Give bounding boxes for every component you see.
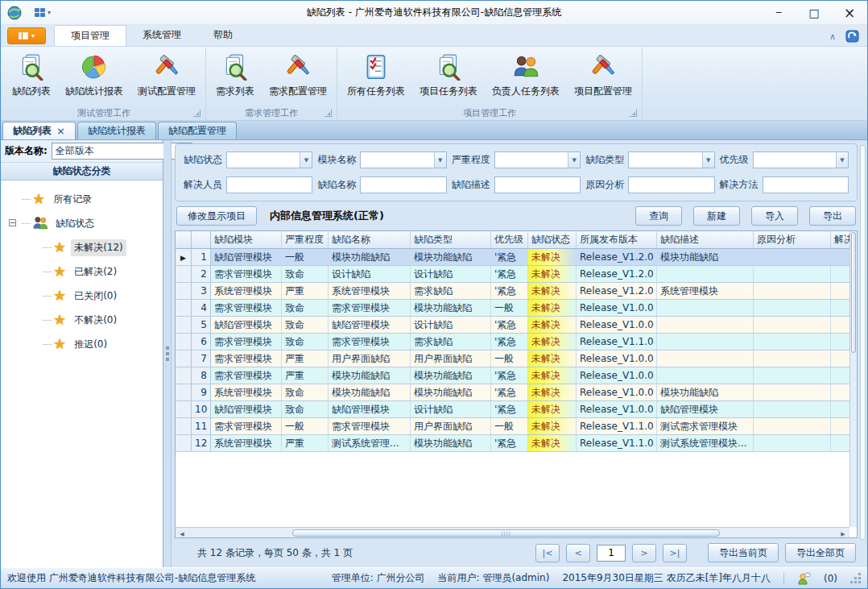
column-header[interactable]: 缺陷类型 <box>411 231 491 248</box>
filter-combo-input[interactable] <box>754 152 836 168</box>
row-selector[interactable] <box>176 384 192 400</box>
tree-item[interactable]: 已关闭(0) <box>1 284 163 308</box>
dialog-launcher-icon[interactable] <box>193 110 200 117</box>
column-header[interactable]: 缺陷状态 <box>528 231 577 248</box>
ribbon-button[interactable]: 项目任务列表 <box>412 49 485 100</box>
table-row[interactable]: 2需求管理模块致命设计缺陷设计缺陷'紧急未解决Release_V1.2.0 <box>176 266 849 283</box>
first-page-button[interactable]: |< <box>535 544 560 562</box>
tree-item[interactable]: 所有记录 <box>1 187 163 211</box>
export-all-pages-button[interactable]: 导出全部页 <box>785 543 856 562</box>
filter-combo[interactable] <box>628 151 714 168</box>
chevron-down-icon[interactable] <box>300 152 312 168</box>
scroll-right-icon[interactable] <box>837 527 849 538</box>
query-button[interactable]: 查询 <box>635 206 682 226</box>
prev-page-button[interactable]: < <box>566 544 590 562</box>
application-menu-button[interactable]: ▾ <box>7 27 46 44</box>
skin-style-icon[interactable] <box>845 30 859 43</box>
collapse-ribbon-icon[interactable]: ∧ <box>829 31 836 42</box>
user-message-icon[interactable] <box>797 572 811 585</box>
table-row[interactable]: 6需求管理模块致命需求管理模块需求缺陷'紧急未解决Release_V1.1.0 <box>176 334 849 350</box>
filter-textbox[interactable] <box>226 176 312 193</box>
filter-combo-input[interactable] <box>361 152 433 168</box>
column-header[interactable]: 严重程度 <box>282 231 329 248</box>
row-selector[interactable] <box>176 283 192 299</box>
export-current-page-button[interactable]: 导出当前页 <box>708 543 779 562</box>
scroll-left-icon[interactable] <box>176 527 188 538</box>
maximize-button[interactable] <box>796 1 832 24</box>
table-row[interactable]: 9系统管理模块致命模块功能缺陷模块功能缺陷'紧急未解决Release_V1.0.… <box>176 384 849 401</box>
table-row[interactable]: 1缺陷管理模块一般模块功能缺陷模块功能缺陷'紧急未解决Release_V1.2.… <box>176 249 849 266</box>
filter-textbox[interactable] <box>494 176 581 193</box>
filter-text-input[interactable] <box>763 177 848 193</box>
filter-combo-input[interactable] <box>495 152 568 168</box>
tree-item[interactable]: 未解决(12) <box>1 235 163 259</box>
close-tab-icon[interactable] <box>56 125 65 137</box>
row-selector[interactable] <box>176 435 192 451</box>
column-header[interactable]: 解决方法 <box>831 231 849 248</box>
chevron-down-icon[interactable] <box>568 152 580 168</box>
row-selector[interactable] <box>176 249 192 265</box>
row-selector[interactable] <box>176 334 192 350</box>
filter-combo[interactable] <box>753 151 849 168</box>
page-number-input[interactable] <box>597 545 626 562</box>
row-selector[interactable] <box>176 367 192 384</box>
scrollbar-thumb[interactable] <box>851 232 856 353</box>
splitter[interactable] <box>163 140 172 567</box>
table-row[interactable]: 3系统管理模块严重系统管理模块需求缺陷'紧急未解决Release_V1.2.0系… <box>176 283 849 300</box>
filter-text-input[interactable] <box>495 177 580 193</box>
column-header[interactable]: 优先级 <box>491 231 528 248</box>
column-header[interactable]: 所属发布版本 <box>577 231 657 248</box>
row-selector[interactable] <box>176 401 192 417</box>
column-header[interactable]: 缺陷描述 <box>657 231 754 248</box>
ribbon-button[interactable]: 项目配置管理 <box>567 49 639 100</box>
filter-combo-input[interactable] <box>629 152 701 168</box>
column-header[interactable]: 缺陷模块 <box>211 231 282 248</box>
filter-textbox[interactable] <box>763 176 849 193</box>
minimize-button[interactable] <box>761 1 796 24</box>
horizontal-scrollbar[interactable] <box>176 527 849 537</box>
ribbon-button[interactable]: 负责人任务列表 <box>485 49 567 100</box>
ribbon-tab[interactable]: 帮助 <box>197 25 249 46</box>
table-row[interactable]: 4需求管理模块致命需求管理模块模块功能缺陷一般未解决Release_V1.0.0 <box>176 300 849 317</box>
ribbon-button[interactable]: 缺陷列表 <box>5 49 58 100</box>
ribbon-tab[interactable]: 项目管理 <box>54 25 126 46</box>
filter-textbox[interactable] <box>628 176 714 193</box>
tree-item[interactable]: 缺陷状态 <box>1 211 163 235</box>
row-selector[interactable] <box>176 317 192 333</box>
filter-combo[interactable] <box>360 151 446 168</box>
filter-combo[interactable] <box>494 151 581 168</box>
tree-item[interactable]: 不解决(0) <box>1 308 163 332</box>
dialog-launcher-icon[interactable] <box>324 110 332 117</box>
chevron-down-icon[interactable] <box>702 152 714 168</box>
table-row[interactable]: 8需求管理模块严重模块功能缺陷模块功能缺陷'紧急未解决Release_V1.0.… <box>176 367 849 384</box>
tree-item[interactable]: 已解决(2) <box>1 259 163 284</box>
filter-combo[interactable] <box>226 151 312 168</box>
column-header[interactable]: 原因分析 <box>754 231 831 248</box>
row-selector[interactable] <box>176 266 192 282</box>
page-vertical-scrollbar[interactable] <box>860 145 866 540</box>
filter-text-input[interactable] <box>361 177 445 193</box>
next-page-button[interactable]: > <box>632 544 656 562</box>
row-selector[interactable] <box>176 418 192 434</box>
ribbon-button[interactable]: 所有任务列表 <box>340 49 412 100</box>
close-button[interactable] <box>832 1 867 24</box>
ribbon-button[interactable]: 需求配置管理 <box>262 49 334 100</box>
version-select-input[interactable] <box>52 143 180 159</box>
import-button[interactable]: 导入 <box>751 206 798 226</box>
column-header[interactable]: 缺陷名称 <box>329 231 411 248</box>
ribbon-tab[interactable]: 系统管理 <box>126 25 197 46</box>
row-selector[interactable] <box>176 350 192 367</box>
table-row[interactable]: 10缺陷管理模块致命缺陷管理模块设计缺陷'紧急未解决Release_V1.0.0… <box>176 401 849 418</box>
document-tab[interactable]: 缺陷配置管理 <box>158 122 237 139</box>
dialog-launcher-icon[interactable] <box>630 110 637 117</box>
chevron-down-icon[interactable] <box>434 152 446 168</box>
modify-display-items-button[interactable]: 修改显示项目 <box>176 206 257 226</box>
document-tab[interactable]: 缺陷列表 <box>2 122 76 139</box>
ribbon-button[interactable]: 需求列表 <box>209 49 262 100</box>
vertical-scrollbar[interactable] <box>849 231 857 527</box>
table-row[interactable]: 11需求管理模块一般需求管理模块用户界面缺陷一般未解决Release_V1.1.… <box>176 418 849 435</box>
filter-combo-input[interactable] <box>227 152 300 168</box>
scrollbar-thumb[interactable] <box>292 529 720 537</box>
export-button[interactable]: 导出 <box>809 206 856 226</box>
row-selector[interactable] <box>176 300 192 316</box>
